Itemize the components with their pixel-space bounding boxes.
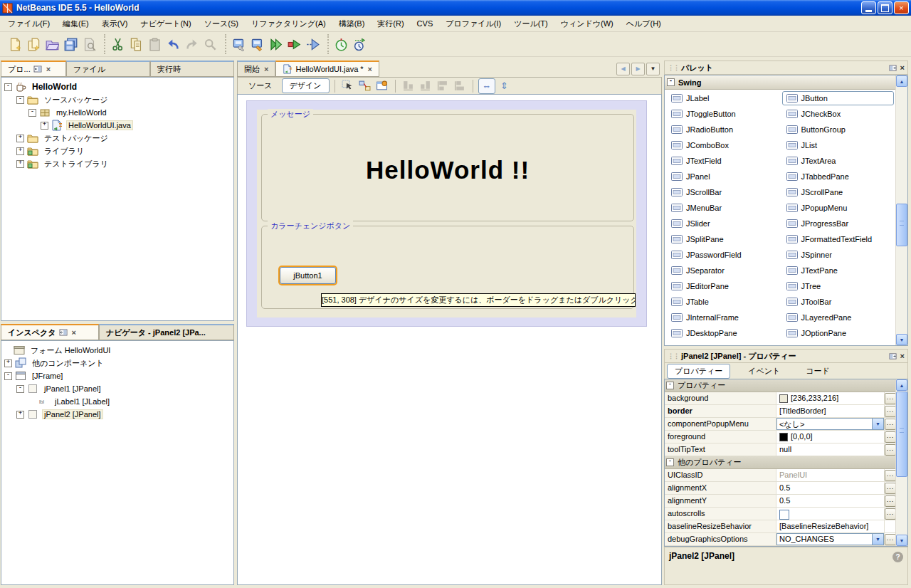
scroll-up-icon[interactable]: ▲: [896, 75, 907, 87]
palette-item-jtoolbar[interactable]: JToolBar: [782, 295, 895, 309]
run-file-icon[interactable]: [285, 35, 303, 53]
property-combo[interactable]: <なし>▼: [776, 418, 884, 430]
menu-edit[interactable]: 編集(E): [56, 16, 95, 31]
palette-section-swing[interactable]: - Swing: [665, 75, 896, 90]
combo-dropdown-icon[interactable]: ▼: [872, 419, 883, 429]
palette-item-jscrollbar[interactable]: JScrollBar: [667, 185, 779, 199]
dock-window-icon[interactable]: [33, 65, 42, 73]
palette-item-jtextpane[interactable]: JTextPane: [782, 263, 895, 278]
tree-expander-icon[interactable]: -: [16, 96, 24, 104]
property-checkbox[interactable]: [779, 510, 789, 520]
close-panel-icon[interactable]: ×: [900, 63, 905, 72]
dock-right-icon[interactable]: [889, 352, 897, 360]
design-view-button[interactable]: デザイン: [282, 78, 330, 93]
property-row-background[interactable]: background[236,233,216]...: [665, 392, 896, 405]
property-row-alignmentX[interactable]: alignmentX0.5...: [665, 482, 896, 495]
ellipsis-button[interactable]: ...: [885, 406, 896, 417]
property-value[interactable]: [BaselineResizeBehavior]: [776, 520, 884, 532]
palette-item-jslider[interactable]: JSlider: [667, 216, 779, 231]
scroll-tabs-left-icon[interactable]: ◀: [616, 63, 630, 75]
palette-item-jformattedtextfield[interactable]: JFormattedTextField: [782, 232, 895, 246]
palette-item-jeditorpane[interactable]: JEditorPane: [667, 279, 779, 293]
collapse-section-icon[interactable]: -: [667, 78, 675, 86]
projects-tree-node-0[interactable]: -HelloWorld: [1, 80, 233, 93]
property-value[interactable]: [0,0,0]: [776, 431, 884, 443]
inspector-tree-node-4[interactable]: lbljLabel1 [JLabel]: [1, 395, 233, 408]
palette-item-jsplitpane[interactable]: JSplitPane: [667, 232, 779, 246]
property-row-toolTipText[interactable]: toolTipTextnull...: [665, 443, 896, 456]
close-tab-icon[interactable]: ×: [46, 65, 51, 73]
tree-expander-icon[interactable]: +: [16, 147, 24, 155]
tree-expander-icon[interactable]: +: [16, 411, 24, 419]
property-value[interactable]: [TitledBorder]: [776, 405, 884, 417]
tab-properties[interactable]: プロパティー: [667, 364, 730, 379]
scrollbar-thumb[interactable]: [896, 204, 907, 246]
property-value[interactable]: [776, 508, 884, 520]
design-canvas[interactable]: メッセージ HelloWorld !! カラーチェンジボタン jButton1 …: [237, 94, 662, 585]
tab-navigator[interactable]: ナビゲータ - jPanel2 [JPa...: [99, 324, 234, 340]
projects-tree-node-3[interactable]: +HelloWorldUI.java: [1, 119, 233, 132]
tab-runtime[interactable]: 実行時: [150, 61, 234, 77]
palette-item-jcombobox[interactable]: JComboBox: [667, 138, 779, 152]
menu-build[interactable]: 構築(B): [332, 16, 372, 31]
new-file-icon[interactable]: [6, 35, 24, 53]
projects-tree-node-5[interactable]: +ライブラリ: [1, 145, 233, 157]
tree-expander-icon[interactable]: -: [4, 83, 12, 91]
property-value[interactable]: null: [776, 443, 884, 456]
property-value[interactable]: 0.5: [776, 495, 884, 507]
scroll-tabs-right-icon[interactable]: ▶: [631, 63, 645, 75]
palette-item-jpopupmenu[interactable]: JPopupMenu: [782, 201, 895, 215]
menu-profile[interactable]: プロファイル(I): [439, 16, 507, 31]
close-button[interactable]: ×: [894, 1, 909, 14]
ellipsis-button[interactable]: ...: [885, 419, 896, 430]
debug-project-icon[interactable]: [303, 35, 322, 53]
palette-item-jmenubar[interactable]: JMenuBar: [667, 201, 779, 215]
clean-build-project-icon[interactable]: [248, 35, 266, 53]
projects-tree-node-2[interactable]: -my.HelloWorld: [1, 106, 233, 119]
palette-item-jtogglebutton[interactable]: JToggleButton: [667, 107, 779, 121]
property-value[interactable]: [236,233,216]: [776, 392, 884, 404]
jlabel1-helloworld[interactable]: HelloWorld !!: [262, 156, 633, 184]
save-all-icon[interactable]: [61, 35, 80, 53]
selection-mode-icon[interactable]: [340, 79, 356, 93]
palette-item-jinternalframe[interactable]: JInternalFrame: [667, 310, 779, 325]
tree-expander-icon[interactable]: -: [28, 109, 36, 117]
collapse-section-icon[interactable]: -: [666, 382, 674, 389]
property-row-debugGraphicsOptions[interactable]: debugGraphicsOptionsNO_CHANGES▼...: [665, 533, 896, 546]
help-icon[interactable]: ?: [892, 552, 903, 562]
tree-expander-icon[interactable]: +: [4, 359, 12, 367]
property-row-componentPopupMenu[interactable]: componentPopupMenu<なし>▼...: [665, 418, 896, 431]
palette-item-buttongroup[interactable]: ButtonGroup: [782, 122, 895, 137]
menu-window[interactable]: ウィンドウ(W): [554, 16, 620, 31]
ellipsis-button[interactable]: ...: [885, 483, 896, 494]
build-project-icon[interactable]: [229, 35, 248, 53]
jpanel1-message-panel[interactable]: メッセージ HelloWorld !!: [261, 114, 634, 221]
palette-item-jlabel[interactable]: JLabel: [667, 91, 779, 105]
tab-projects[interactable]: プロ... ×: [1, 61, 66, 77]
ellipsis-button[interactable]: ...: [885, 508, 896, 520]
palette-scrollbar[interactable]: ▲ ▼: [895, 75, 907, 345]
property-row-UIClassID[interactable]: UIClassIDPanelUI...: [665, 469, 896, 482]
inspector-tree-node-5[interactable]: +jPanel2 [JPanel]: [1, 408, 233, 421]
auto-resize-horizontal-icon[interactable]: ⇔: [478, 78, 495, 94]
palette-item-jlayeredpane[interactable]: JLayeredPane: [782, 310, 895, 325]
tab-files[interactable]: ファイル: [66, 61, 150, 77]
ellipsis-button[interactable]: ...: [885, 470, 896, 481]
scroll-down-icon[interactable]: ▼: [896, 334, 907, 345]
palette-item-jdesktoppane[interactable]: JDesktopPane: [667, 326, 779, 340]
tab-events[interactable]: イベント: [740, 364, 788, 379]
close-tab-icon[interactable]: ×: [72, 328, 76, 337]
collapse-section-icon[interactable]: -: [666, 458, 674, 466]
profile-attach-icon[interactable]: [350, 35, 369, 53]
property-row-foreground[interactable]: foreground[0,0,0]...: [665, 431, 896, 443]
property-section-header[interactable]: -プロパティー: [665, 379, 896, 392]
open-project-icon[interactable]: [43, 35, 61, 53]
projects-tree-node-1[interactable]: -ソースパッケージ: [1, 93, 233, 106]
ellipsis-button[interactable]: ...: [885, 444, 896, 456]
undo-icon[interactable]: [164, 35, 182, 53]
menu-help[interactable]: ヘルプ(H): [620, 16, 668, 31]
run-project-icon[interactable]: [266, 35, 285, 53]
menu-file[interactable]: ファイル(F): [1, 16, 56, 31]
menu-view[interactable]: 表示(V): [95, 16, 135, 31]
inspector-tree-node-0[interactable]: フォーム HelloWorldUI: [1, 344, 233, 357]
